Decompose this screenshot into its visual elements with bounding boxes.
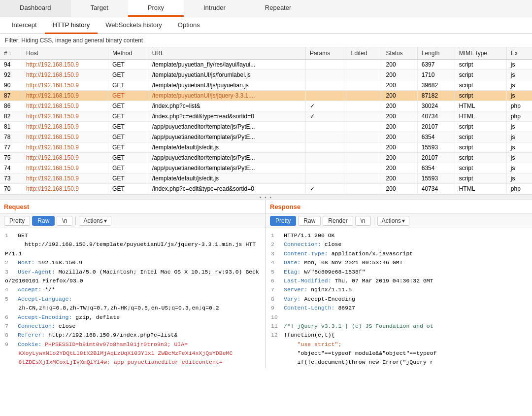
request-raw-button[interactable]: Raw [32, 216, 55, 226]
table-row[interactable]: 87http://192.168.150.9GET/template/puyue… [0, 91, 532, 101]
filter-bar[interactable]: Filter: Hiding CSS, image and general bi… [0, 34, 532, 47]
table-row[interactable]: 78http://192.168.150.9GET/app/puyuetiane… [0, 132, 532, 142]
table-cell: GET [108, 142, 148, 153]
subnav-options[interactable]: Options [170, 17, 208, 34]
subnav-http-history[interactable]: HTTP history [45, 17, 98, 34]
table-cell: GET [108, 184, 148, 194]
response-value: Thu, 07 Mar 2019 04:30:32 GMT [335, 277, 433, 284]
table-cell [305, 60, 346, 70]
table-cell: script [455, 153, 506, 163]
table-cell [346, 60, 382, 70]
sort-icon-num: ↕ [9, 51, 11, 56]
table-cell [346, 111, 382, 122]
table-row[interactable]: 86http://192.168.150.9GET/index.php?c=li… [0, 101, 532, 111]
table-cell: GET [108, 163, 148, 173]
table-cell: GET [108, 70, 148, 80]
col-header-host[interactable]: Host [22, 47, 108, 60]
response-pretty-button[interactable]: Pretty [270, 216, 296, 226]
response-actions-button[interactable]: Actions ▾ [377, 216, 409, 226]
nav-target[interactable]: Target [71, 0, 128, 17]
table-row[interactable]: 74http://192.168.150.9GET/app/puyuetiane… [0, 163, 532, 173]
response-ln-button[interactable]: \n [355, 216, 371, 226]
table-cell: 6354 [417, 163, 455, 173]
table-cell: 200 [382, 142, 417, 153]
table-cell: 1710 [417, 70, 455, 80]
table-cell [305, 122, 346, 132]
table-row[interactable]: 90http://192.168.150.9GET/template/puyue… [0, 80, 532, 91]
table-cell [346, 173, 382, 184]
subnav-websockets-history[interactable]: WebSockets history [98, 17, 170, 34]
table-cell: script [455, 70, 506, 80]
table-cell [346, 163, 382, 173]
table-cell: http://192.168.150.9 [22, 153, 108, 163]
response-render-button[interactable]: Render [323, 216, 353, 226]
table-cell: HTML [455, 101, 506, 111]
col-header-num[interactable]: # ↕ [0, 47, 22, 60]
line-number: 7 [5, 322, 15, 331]
request-pretty-button[interactable]: Pretty [4, 216, 30, 226]
table-cell: 200 [382, 91, 417, 101]
request-ln-button[interactable]: \n [57, 216, 72, 226]
request-key: Referer: [18, 332, 48, 338]
table-cell: js [506, 142, 532, 153]
col-header-ext[interactable]: Ex [506, 47, 532, 60]
request-key: Accept: [18, 286, 45, 293]
table-cell: 77 [0, 142, 22, 153]
toolbar-separator-right [374, 216, 374, 225]
col-header-status[interactable]: Status [382, 47, 417, 60]
request-text: http://192.168.150.9/template/puyuetianU… [5, 241, 256, 256]
response-key: Last-Modified: [284, 277, 335, 284]
subnav-intercept[interactable]: Intercept [4, 17, 45, 34]
table-cell: http://192.168.150.9 [22, 60, 108, 70]
col-header-url[interactable]: URL [148, 47, 305, 60]
nav-repeater[interactable]: Repeater [245, 0, 311, 17]
response-value: Accept-Encoding [304, 296, 355, 302]
response-line: 2Connection: close [271, 240, 527, 249]
table-cell [305, 142, 346, 153]
table-row[interactable]: 70http://192.168.150.9GET/index.php?c=ed… [0, 184, 532, 194]
table-row[interactable]: 77http://192.168.150.9GET/template/defau… [0, 142, 532, 153]
table-cell: 82 [0, 111, 22, 122]
col-header-params[interactable]: Params [305, 47, 346, 60]
table-cell: script [455, 91, 506, 101]
table-cell [346, 91, 382, 101]
table-cell: /template/default/js/edit.js [148, 173, 305, 184]
table-cell: GET [108, 91, 148, 101]
col-header-edited[interactable]: Edited [346, 47, 382, 60]
request-value: 192.168.150.9 [38, 259, 82, 266]
nav-proxy[interactable]: Proxy [128, 0, 184, 17]
toolbar-separator-left [75, 216, 76, 225]
col-header-mime[interactable]: MIME type [455, 47, 506, 60]
table-cell: 200 [382, 101, 417, 111]
table-row[interactable]: 92http://192.168.150.9GET/template/puyue… [0, 70, 532, 80]
response-text: !function(e,t){ [284, 332, 335, 338]
line-number: 1 [271, 231, 281, 240]
table-cell: http://192.168.150.9 [22, 132, 108, 142]
table-cell: GET [108, 122, 148, 132]
table-cell: GET [108, 173, 148, 184]
response-raw-button[interactable]: Raw [298, 216, 321, 226]
request-key: Accept-Encoding: [18, 314, 75, 320]
request-line: 1GET [5, 231, 261, 240]
col-header-method[interactable]: Method [108, 47, 148, 60]
table-row[interactable]: 81http://192.168.150.9GET/app/puyuetiane… [0, 122, 532, 132]
table-row[interactable]: 94http://192.168.150.9GET/template/puyue… [0, 60, 532, 70]
table-cell: http://192.168.150.9 [22, 163, 108, 173]
request-key: Accept-Language: [18, 296, 72, 302]
table-row[interactable]: 82http://192.168.150.9GET/index.php?c=ed… [0, 111, 532, 122]
request-actions-button[interactable]: Actions ▾ [79, 216, 111, 226]
table-cell: js [506, 60, 532, 70]
http-table-wrapper: # ↕ Host Method URL Params Edited Status… [0, 47, 532, 194]
panel-divider[interactable]: • • • [0, 194, 532, 200]
line-number: 8 [5, 331, 15, 340]
table-row[interactable]: 75http://192.168.150.9GET/app/puyuetiane… [0, 153, 532, 163]
table-cell: GET [108, 153, 148, 163]
line-number: 10 [271, 313, 281, 322]
sub-navigation: Intercept HTTP history WebSockets histor… [0, 17, 532, 34]
nav-dashboard[interactable]: Dashboard [0, 0, 71, 17]
nav-intruder[interactable]: Intruder [184, 0, 245, 17]
table-row[interactable]: 73http://192.168.150.9GET/template/defau… [0, 173, 532, 184]
table-cell: script [455, 142, 506, 153]
col-header-length[interactable]: Length [417, 47, 455, 60]
table-cell: 40734 [417, 111, 455, 122]
